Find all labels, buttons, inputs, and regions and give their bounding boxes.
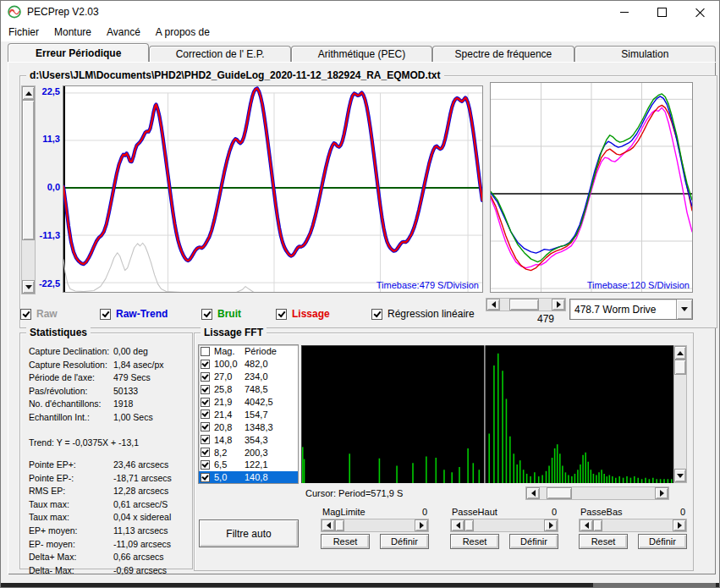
filter-scroll-thumb[interactable] (464, 519, 474, 531)
stats-row: No. d'échantillons:1918 (29, 398, 189, 411)
define-button-passebas[interactable]: Définir (638, 534, 687, 549)
stats-row: EP+ moyen:11,13 arcsecs (29, 525, 189, 538)
menu-fichier[interactable]: Fichier (1, 24, 47, 41)
menu-avancé[interactable]: Avancé (99, 24, 148, 41)
worm-drive-select[interactable]: 478.7 Worm Drive (569, 299, 693, 320)
scroll-up-icon[interactable] (22, 86, 35, 100)
legend-raw-trend: Raw-Trend (100, 308, 168, 320)
close-icon (695, 8, 705, 17)
fft-cursor-readout: Cursor: Period=571,9 S (305, 488, 403, 498)
fft-row-checkbox[interactable] (201, 385, 210, 394)
chevron-down-icon[interactable] (676, 299, 692, 319)
scroll-right-icon[interactable] (655, 487, 668, 499)
tab-simulation[interactable]: Simulation (574, 46, 716, 62)
legend-checkbox[interactable] (20, 309, 31, 320)
fft-hscrollbar[interactable] (525, 486, 669, 500)
scroll-left-icon[interactable] (322, 519, 335, 531)
tab-erreur-p-riodique[interactable]: Erreur Périodique (8, 43, 149, 62)
main-pe-chart[interactable]: Timebase:479 S/Division (63, 85, 483, 293)
filter-scrollbar-maglimite[interactable] (321, 519, 429, 532)
fft-row-checkbox[interactable] (201, 398, 210, 407)
fft-spectrum-display[interactable] (301, 345, 673, 483)
reset-button-passehaut[interactable]: Reset (450, 534, 499, 549)
fft-row-checkbox[interactable] (201, 409, 210, 419)
filter-scroll-thumb[interactable] (335, 519, 344, 531)
scroll-left-icon[interactable] (526, 487, 540, 499)
worm-cycle-chart[interactable]: Timebase:120 S/Division (490, 82, 693, 293)
reset-button-maglimite[interactable]: Reset (321, 534, 370, 549)
legend-checkbox[interactable] (100, 309, 111, 320)
scroll-left-icon[interactable] (451, 519, 464, 531)
legend-checkbox[interactable] (201, 309, 212, 320)
title-bar: PECPrep V2.03 (1, 1, 719, 23)
scroll-left-icon[interactable] (580, 519, 593, 531)
filter-scrollbar-passehaut[interactable] (450, 519, 558, 532)
fft-vscrollbar[interactable] (673, 345, 687, 483)
scroll-right-icon[interactable] (544, 519, 558, 531)
fft-vscroll-thumb[interactable] (674, 360, 686, 375)
tab-correction-de-l-e-p-[interactable]: Correction de l' E.P. (149, 46, 290, 62)
fft-hscroll-thumb[interactable] (547, 487, 572, 499)
fft-row-checkbox[interactable] (201, 473, 210, 482)
filter-scroll-thumb[interactable] (593, 519, 602, 531)
tab-spectre-de-fr-quence[interactable]: Spectre de fréquence (432, 46, 574, 62)
y-tick-label: -11,3 (35, 230, 60, 240)
fft-component-row[interactable]: 21,4154,7 (199, 408, 298, 420)
scroll-right-icon[interactable] (415, 519, 428, 531)
legend-label: Régression linéaire (387, 308, 475, 320)
filter-scrollbar-passebas[interactable] (579, 519, 687, 532)
close-button[interactable] (681, 1, 719, 23)
fft-component-row[interactable]: 25,8748,5 (199, 383, 298, 396)
define-button-passehaut[interactable]: Définir (509, 534, 558, 549)
menu-bar: FichierMontureAvancéA propos de (1, 23, 719, 42)
fft-component-row[interactable]: 21,94042,5 (199, 396, 298, 409)
app-icon (8, 5, 21, 19)
fft-component-list[interactable]: Mag.Période100,0482,027,0234,025,8748,52… (198, 344, 299, 484)
main-chart-vscrollbar[interactable] (21, 85, 36, 294)
fft-header-checkbox[interactable] (201, 347, 210, 356)
scroll-right-icon[interactable] (673, 519, 686, 531)
scroll-down-icon[interactable] (674, 469, 686, 482)
stats-row: Capture Declination:0,00 deg (29, 345, 189, 359)
fft-title: Lissage FFT (201, 327, 267, 338)
scroll-left-icon[interactable] (486, 299, 500, 310)
legend-checkbox[interactable] (276, 309, 287, 320)
reset-button-passebas[interactable]: Reset (579, 534, 628, 549)
fft-row-checkbox[interactable] (201, 460, 210, 470)
fft-component-row[interactable]: 14,8354,3 (199, 433, 298, 446)
fft-component-row[interactable]: 27,0234,0 (199, 371, 298, 383)
legend-checkbox[interactable] (371, 309, 382, 320)
scroll-down-icon[interactable] (22, 280, 35, 294)
worm-period-value: 479 (525, 313, 566, 325)
hscroll-thumb[interactable] (509, 299, 539, 310)
stats-trend: Trend: Y = -0,0375X + -13,1 (29, 437, 139, 448)
define-button-maglimite[interactable]: Définir (380, 534, 429, 549)
minimize-button[interactable] (605, 1, 643, 23)
maximize-button[interactable] (643, 1, 681, 23)
filter-value-passebas: 0 (670, 507, 685, 517)
legend-raw: Raw (20, 308, 58, 320)
fft-row-checkbox[interactable] (201, 422, 210, 431)
fft-row-checkbox[interactable] (201, 372, 210, 382)
maximize-icon (657, 8, 667, 17)
tab-arithm-tique-pec-[interactable]: Arithmétique (PEC) (291, 46, 432, 62)
fft-component-row[interactable]: 8,2200,3 (199, 446, 298, 459)
scroll-right-icon[interactable] (552, 299, 565, 310)
fft-component-row[interactable]: 5,0140,8 (199, 471, 298, 484)
auto-filter-button[interactable]: Filtre auto (199, 519, 299, 547)
menu-monture[interactable]: Monture (47, 24, 99, 41)
cycle-timebase-label: Timebase:120 S/Division (587, 280, 690, 290)
fft-component-row[interactable]: 6,5122,1 (199, 459, 298, 471)
fft-row-checkbox[interactable] (201, 435, 210, 444)
worm-period-scrollbar[interactable] (486, 298, 566, 311)
fft-row-checkbox[interactable] (201, 360, 210, 369)
stats-row: Echantillon Int.:1,00 Secs (29, 411, 189, 425)
menu-a-propos-de[interactable]: A propos de (148, 24, 217, 41)
fft-component-row[interactable]: 100,0482,0 (199, 358, 298, 371)
fft-component-row[interactable]: 20,81348,3 (199, 420, 298, 433)
filter-label-passehaut: PasseHaut (452, 507, 497, 517)
fft-row-checkbox[interactable] (201, 448, 210, 457)
vscroll-thumb[interactable] (22, 100, 35, 240)
scroll-up-icon[interactable] (674, 346, 686, 360)
minimize-icon (620, 12, 629, 13)
